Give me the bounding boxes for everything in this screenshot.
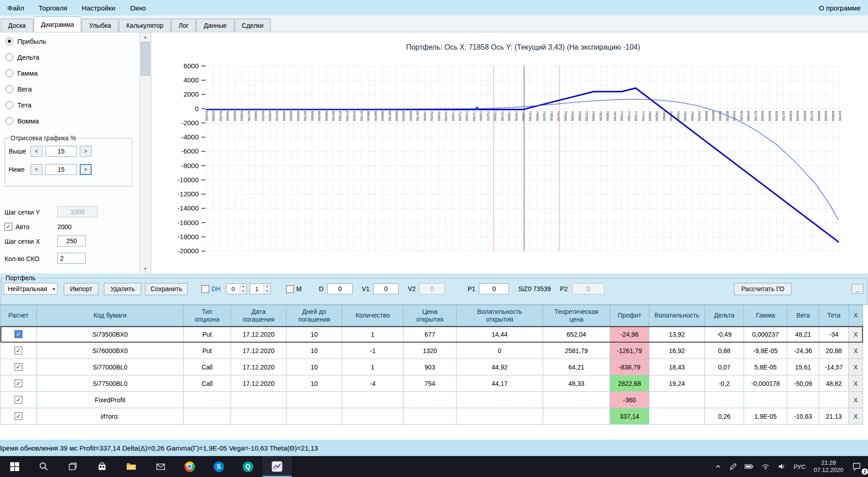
scroll-track[interactable] xyxy=(140,76,151,264)
cell-open_vol[interactable]: 0 xyxy=(457,343,543,359)
cell-open_price[interactable] xyxy=(404,408,457,425)
cell-expiry[interactable]: 17.12.2020 xyxy=(231,343,287,359)
calc-cell[interactable] xyxy=(0,408,37,425)
cell-theta[interactable]: -14,57 xyxy=(819,359,849,375)
tab-deals[interactable]: Сделки xyxy=(235,19,271,32)
table-row[interactable]: Si77000BL0Call17.12.202010190344,9264,21… xyxy=(0,359,863,375)
cell-vega[interactable]: -24,36 xyxy=(787,343,819,359)
cell-qty[interactable]: 1 xyxy=(342,326,404,343)
cell-days[interactable] xyxy=(287,392,342,408)
menu-item-window[interactable]: Окно xyxy=(123,0,153,15)
below-decrease-button[interactable]: < xyxy=(31,164,42,175)
column-header[interactable]: Тета xyxy=(819,305,849,326)
cell-qty[interactable]: 1 xyxy=(342,359,404,375)
cell-type[interactable] xyxy=(184,392,231,408)
cell-vega[interactable]: -50,09 xyxy=(787,375,819,392)
above-decrease-button[interactable]: < xyxy=(31,146,42,157)
cell-type[interactable]: Call xyxy=(184,375,231,392)
cell-delta[interactable] xyxy=(705,392,744,408)
cell-code[interactable]: Итого: xyxy=(37,408,184,425)
radio-delta[interactable]: Дельта xyxy=(5,52,46,62)
cell-gamma[interactable]: 5,8E-05 xyxy=(744,359,787,375)
cell-gamma[interactable] xyxy=(744,392,787,408)
calc-cell[interactable] xyxy=(0,392,37,408)
scroll-down-icon[interactable]: ▼ xyxy=(140,264,151,273)
cell-expiry[interactable] xyxy=(231,392,287,408)
table-row[interactable]: Si77500BL0Call17.12.202010-475444,1748,3… xyxy=(0,375,863,392)
scroll-thumb[interactable] xyxy=(141,42,150,76)
column-header[interactable]: Дата погашения xyxy=(231,305,287,326)
table-row[interactable]: Si76000BX0Put17.12.202010-1132002581,79-… xyxy=(0,343,863,359)
delete-row-button[interactable]: X xyxy=(849,392,863,408)
task-view-button[interactable] xyxy=(58,456,87,477)
cell-delta[interactable]: -0,49 xyxy=(705,326,744,343)
cell-theo_price[interactable]: 2581,79 xyxy=(543,343,610,359)
left-panel-scrollbar[interactable]: ▲ ▼ xyxy=(139,32,151,273)
calc-cell[interactable] xyxy=(0,359,37,375)
cell-vol[interactable] xyxy=(649,392,705,408)
delete-row-button[interactable]: X xyxy=(849,359,863,375)
cell-vol[interactable]: 19,24 xyxy=(649,375,705,392)
dh-spinner-1[interactable]: 0 ▲▼ xyxy=(226,283,247,294)
cell-code[interactable]: Si77500BL0 xyxy=(37,375,184,392)
table-row[interactable]: Итого:337,140,261,9E-05-10,6321,13X xyxy=(0,408,863,425)
cell-qty[interactable]: -1 xyxy=(342,343,404,359)
cell-type[interactable]: Call xyxy=(184,359,231,375)
column-header[interactable]: Волатильность xyxy=(649,305,705,326)
strategy-select[interactable]: Нейтральная xyxy=(4,283,57,295)
volume-indicator[interactable] xyxy=(774,456,790,477)
battery-indicator[interactable] xyxy=(741,456,757,477)
menu-item-file[interactable]: Файл xyxy=(0,0,31,15)
radio-vomma[interactable]: Вомма xyxy=(5,116,46,126)
cell-vega[interactable] xyxy=(787,392,819,408)
column-header[interactable]: Тип опциона xyxy=(184,305,231,326)
cell-days[interactable]: 10 xyxy=(287,326,342,343)
cell-gamma[interactable]: -9,8E-05 xyxy=(744,343,787,359)
cell-qty[interactable]: -4 xyxy=(342,375,404,392)
network-indicator[interactable] xyxy=(757,456,774,477)
tray-expand-button[interactable] xyxy=(711,456,725,477)
cell-code[interactable]: Si77000BL0 xyxy=(37,359,184,375)
menu-item-trading[interactable]: Торговля xyxy=(31,0,75,15)
dh-spinner-2[interactable]: 1 ▲▼ xyxy=(250,283,271,294)
cell-profit[interactable]: -360 xyxy=(610,392,649,408)
calc-cell[interactable] xyxy=(0,326,37,343)
delete-row-button[interactable]: X xyxy=(849,375,863,392)
row-checkbox[interactable] xyxy=(15,412,22,420)
cell-type[interactable] xyxy=(184,408,231,425)
column-header[interactable]: Код бумаги xyxy=(37,305,184,326)
language-indicator[interactable]: РУС xyxy=(790,456,809,477)
auto-checkbox[interactable] xyxy=(5,223,12,231)
cell-theta[interactable] xyxy=(819,392,849,408)
cell-profit[interactable]: -24,96 xyxy=(610,326,649,343)
spin-up-icon[interactable]: ▲ xyxy=(264,284,270,289)
tab-data[interactable]: Данные xyxy=(196,19,234,32)
column-header[interactable]: Дельта xyxy=(705,305,744,326)
row-checkbox[interactable] xyxy=(15,347,22,354)
search-button[interactable] xyxy=(29,456,58,477)
cell-qty[interactable] xyxy=(342,408,404,425)
cell-open_price[interactable]: 677 xyxy=(404,326,457,343)
column-header[interactable]: Профит xyxy=(610,305,649,326)
tab-smile[interactable]: Улыбка xyxy=(82,19,118,32)
delete-row-button[interactable]: X xyxy=(849,326,863,343)
cell-vega[interactable]: -10,63 xyxy=(787,408,819,425)
column-header[interactable]: Количество xyxy=(342,305,404,326)
cell-type[interactable]: Put xyxy=(184,326,231,343)
column-header[interactable]: Цена открытия xyxy=(404,305,457,326)
menu-item-settings[interactable]: Настройки xyxy=(75,0,123,15)
profit-chart[interactable]: -20000-18000-16000-14000-12000-10000-800… xyxy=(151,32,868,273)
calc-go-button[interactable]: Рассчитать ГО xyxy=(734,283,791,295)
v1-input[interactable] xyxy=(373,283,399,294)
cell-code[interactable]: FixedProfit xyxy=(37,392,184,408)
row-checkbox[interactable] xyxy=(15,330,22,338)
cell-theta[interactable]: 21,13 xyxy=(819,408,849,425)
column-header[interactable]: Дней до погашения xyxy=(287,305,342,326)
cell-open_vol[interactable]: 44,92 xyxy=(457,359,543,375)
cell-vol[interactable] xyxy=(649,408,705,425)
cell-theo_price[interactable] xyxy=(543,392,610,408)
cell-open_price[interactable]: 1320 xyxy=(404,343,457,359)
cell-theo_price[interactable]: 652,04 xyxy=(543,326,610,343)
trading-app-button[interactable] xyxy=(262,456,292,477)
cell-vega[interactable]: 15,61 xyxy=(787,359,819,375)
